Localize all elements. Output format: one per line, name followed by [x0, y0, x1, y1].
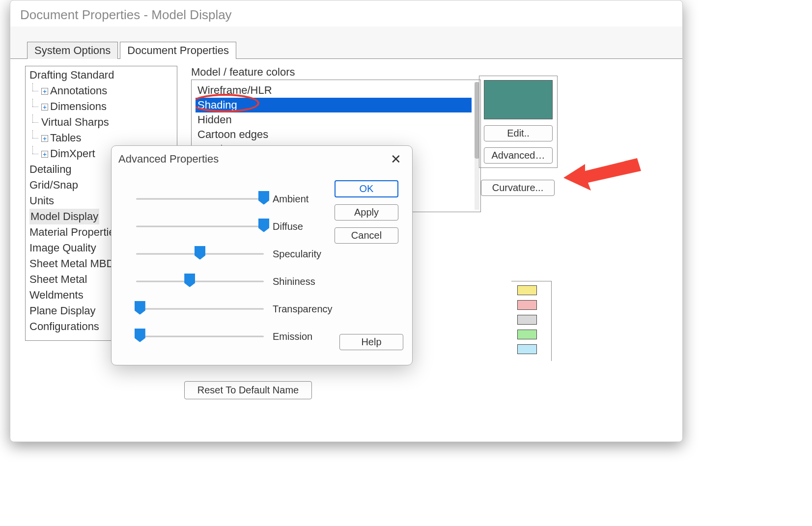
slider-row-emission: Emission: [136, 323, 342, 350]
annotation-arrow-icon: [563, 154, 642, 194]
slider-track[interactable]: [136, 225, 264, 228]
apply-button[interactable]: Apply: [335, 204, 398, 221]
slider-thumb[interactable]: [258, 191, 269, 205]
help-button-wrap: Help: [339, 328, 403, 350]
mini-swatch[interactable]: [517, 315, 537, 325]
reset-default-name-button[interactable]: Reset To Default Name: [184, 381, 312, 399]
slider-row-shininess: Shininess: [136, 268, 342, 295]
tab-system-options[interactable]: System Options: [27, 42, 118, 59]
slider-label: Specularity: [273, 249, 321, 260]
slider-label: Shininess: [273, 276, 315, 287]
slider-label: Emission: [273, 331, 312, 342]
tree-item-virtual-sharps[interactable]: Virtual Sharps: [29, 114, 173, 130]
slider-rail: [136, 281, 264, 282]
ok-button[interactable]: OK: [335, 180, 398, 197]
color-row-wireframe[interactable]: Wireframe/HLR: [196, 83, 472, 98]
mini-swatch[interactable]: [517, 285, 537, 295]
close-icon[interactable]: ✕: [387, 151, 405, 168]
dialog-title: Advanced Properties: [118, 153, 219, 166]
advanced-properties-dialog: Advanced Properties ✕ AmbientDiffuseSpec…: [111, 145, 413, 365]
slider-thumb[interactable]: [135, 301, 145, 315]
advanced-button[interactable]: Advanced…: [484, 147, 553, 164]
slider-label: Transparency: [273, 304, 333, 315]
slider-row-diffuse: Diffuse: [136, 213, 342, 240]
mini-swatch[interactable]: [517, 344, 537, 354]
tabstrip: System Options Document Properties: [10, 27, 682, 59]
slider-label: Ambient: [273, 194, 308, 205]
slider-rail: [136, 308, 264, 310]
tree-item-annotations[interactable]: +Annotations: [29, 83, 173, 99]
window-title: Document Properties - Model Display: [10, 0, 682, 27]
slider-row-transparency: Transparency: [136, 295, 342, 323]
tree-item-tables[interactable]: +Tables: [29, 130, 173, 146]
slider-thumb[interactable]: [195, 246, 205, 260]
slider-track[interactable]: [136, 252, 264, 255]
mini-swatch[interactable]: [517, 300, 537, 310]
plus-icon[interactable]: +: [41, 104, 48, 111]
tree-item-dimensions[interactable]: +Dimensions: [29, 99, 173, 114]
color-row-hidden[interactable]: Hidden: [196, 112, 472, 127]
slider-thumb[interactable]: [184, 274, 195, 287]
slider-track[interactable]: [136, 280, 264, 283]
plus-icon[interactable]: +: [41, 88, 48, 95]
tree-root[interactable]: Drafting Standard: [29, 67, 173, 83]
color-row-shading[interactable]: Shading: [196, 98, 472, 112]
plus-icon[interactable]: +: [41, 151, 48, 158]
slider-thumb[interactable]: [135, 329, 145, 342]
cancel-button[interactable]: Cancel: [335, 227, 398, 244]
slider-track[interactable]: [136, 307, 264, 310]
curvature-button[interactable]: Curvature...: [481, 180, 555, 196]
swatch-frame: Edit.. Advanced…: [479, 76, 558, 168]
slider-rail: [136, 226, 264, 227]
plus-icon[interactable]: +: [41, 135, 48, 142]
slider-row-specularity: Specularity: [136, 240, 342, 268]
slider-group: AmbientDiffuseSpecularityShininessTransp…: [136, 185, 342, 350]
edit-button[interactable]: Edit..: [484, 125, 553, 141]
dialog-button-column: OK Apply Cancel: [335, 180, 403, 244]
slider-thumb[interactable]: [258, 219, 269, 232]
color-swatch: [484, 80, 553, 119]
tab-document-properties[interactable]: Document Properties: [120, 42, 236, 59]
color-group-label: Model / feature colors: [191, 66, 682, 80]
color-row-cartoon-edges[interactable]: Cartoon edges: [196, 127, 472, 142]
slider-label: Diffuse: [273, 221, 303, 232]
mini-swatch[interactable]: [517, 330, 537, 339]
slider-track[interactable]: [136, 335, 264, 338]
help-button[interactable]: Help: [339, 334, 403, 350]
slider-rail: [136, 198, 264, 200]
tree-item-model-display[interactable]: Model Display: [29, 209, 99, 224]
color-side-panel: Edit.. Advanced… Curvature...: [479, 76, 558, 196]
slider-row-ambient: Ambient: [136, 185, 342, 213]
slider-track[interactable]: [136, 197, 264, 200]
slider-rail: [136, 336, 264, 337]
feature-color-swatches: [511, 281, 552, 361]
svg-marker-0: [563, 158, 641, 191]
